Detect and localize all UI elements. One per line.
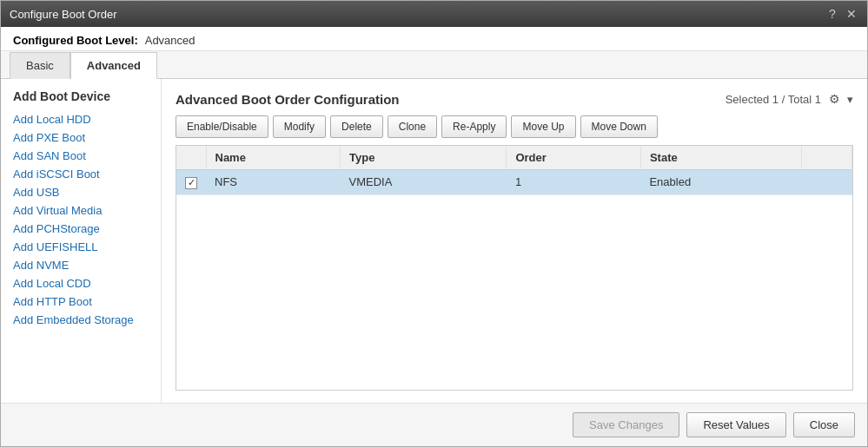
boot-level-label: Configured Boot Level: <box>13 34 138 47</box>
row-extra <box>802 170 852 195</box>
sidebar-link-san-boot[interactable]: Add SAN Boot <box>13 147 149 165</box>
dialog-title: Configure Boot Order <box>10 8 117 21</box>
gear-icon[interactable]: ⚙ <box>826 91 842 107</box>
delete-button[interactable]: Delete <box>330 115 383 138</box>
sidebar-title: Add Boot Device <box>13 89 149 103</box>
row-type: VMEDIA <box>341 170 507 195</box>
boot-order-table: Name Type Order State NFS <box>176 146 852 195</box>
col-order: Order <box>507 146 641 170</box>
sidebar-link-pxe-boot[interactable]: Add PXE Boot <box>13 128 149 147</box>
table-row[interactable]: NFS VMEDIA 1 Enabled <box>176 170 852 195</box>
row-checkbox[interactable] <box>185 177 197 189</box>
content-area: Advanced Boot Order Configuration Select… <box>162 79 867 403</box>
tab-advanced[interactable]: Advanced <box>70 52 157 79</box>
close-button[interactable]: Close <box>793 412 855 437</box>
toolbar: Enable/Disable Modify Delete Clone Re-Ap… <box>176 115 853 138</box>
close-icon[interactable]: ✕ <box>845 7 858 21</box>
boot-level-value: Advanced <box>145 34 195 47</box>
title-bar-icons: ? ✕ <box>825 7 858 21</box>
sidebar-link-http-boot[interactable]: Add HTTP Boot <box>13 293 149 311</box>
modify-button[interactable]: Modify <box>273 115 326 138</box>
row-order: 1 <box>507 170 641 195</box>
clone-button[interactable]: Clone <box>388 115 437 138</box>
reset-values-button[interactable]: Reset Values <box>686 412 785 437</box>
table-container: Name Type Order State NFS <box>176 145 853 391</box>
main-content: Add Boot Device Add Local HDD Add PXE Bo… <box>1 79 867 403</box>
sidebar-link-iscsi-boot[interactable]: Add iSCSCI Boot <box>13 165 149 183</box>
sidebar-link-nvme[interactable]: Add NVME <box>13 256 149 274</box>
sidebar-link-local-hdd[interactable]: Add Local HDD <box>13 110 149 128</box>
move-up-button[interactable]: Move Up <box>511 115 575 138</box>
col-extra <box>802 146 852 170</box>
col-type: Type <box>341 146 507 170</box>
dropdown-arrow-icon[interactable]: ▾ <box>847 93 853 106</box>
row-state: Enabled <box>640 170 802 195</box>
sidebar-link-embedded-storage[interactable]: Add Embedded Storage <box>13 311 149 329</box>
selection-count: Selected 1 / Total 1 <box>726 93 821 106</box>
selection-info: Selected 1 / Total 1 ⚙ ▾ <box>726 91 853 107</box>
row-name: NFS <box>206 170 341 195</box>
sidebar: Add Boot Device Add Local HDD Add PXE Bo… <box>1 79 162 403</box>
col-name: Name <box>206 146 341 170</box>
col-state: State <box>640 146 802 170</box>
title-bar: Configure Boot Order ? ✕ <box>1 1 867 27</box>
sidebar-link-pchstorage[interactable]: Add PCHStorage <box>13 220 149 238</box>
sidebar-link-virtual-media[interactable]: Add Virtual Media <box>13 201 149 220</box>
enable-disable-button[interactable]: Enable/Disable <box>176 115 268 138</box>
table-header-row: Name Type Order State <box>176 146 852 170</box>
row-checkbox-cell <box>176 170 206 195</box>
footer: Save Changes Reset Values Close <box>1 403 867 446</box>
help-icon[interactable]: ? <box>825 7 839 21</box>
tab-basic[interactable]: Basic <box>10 52 70 79</box>
content-title: Advanced Boot Order Configuration <box>176 92 400 107</box>
sidebar-link-usb[interactable]: Add USB <box>13 183 149 201</box>
re-apply-button[interactable]: Re-Apply <box>441 115 507 138</box>
dialog: Configure Boot Order ? ✕ Configured Boot… <box>0 0 868 447</box>
save-changes-button[interactable]: Save Changes <box>573 412 679 437</box>
boot-level-row: Configured Boot Level: Advanced <box>1 27 867 51</box>
col-checkbox <box>176 146 206 170</box>
sidebar-link-local-cdd[interactable]: Add Local CDD <box>13 274 149 293</box>
content-header: Advanced Boot Order Configuration Select… <box>176 91 853 107</box>
move-down-button[interactable]: Move Down <box>580 115 658 138</box>
tabs-row: Basic Advanced <box>1 51 867 79</box>
sidebar-link-uefishell[interactable]: Add UEFISHELL <box>13 238 149 256</box>
